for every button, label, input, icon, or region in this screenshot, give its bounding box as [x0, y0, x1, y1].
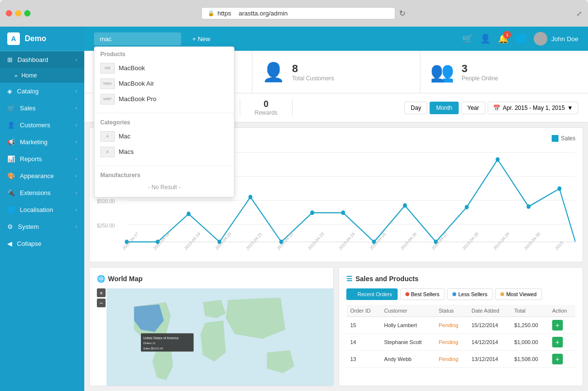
tab-most-viewed[interactable]: Most Viewed	[495, 288, 542, 300]
reload-button[interactable]: ↻	[399, 9, 405, 18]
product-item-macbook-air[interactable]: MBA MacBook Air	[100, 76, 228, 91]
chevron-right-icon: ›	[76, 122, 77, 128]
svg-point-20	[465, 205, 469, 209]
mac-category-img: A	[100, 131, 115, 142]
svg-text:2015-04-30: 2015-04-30	[524, 231, 541, 251]
zoom-in-button[interactable]: +	[97, 288, 106, 297]
fullscreen-button[interactable]: ⤢	[576, 10, 582, 17]
tab-best-sellers-label: Best Sellers	[411, 291, 440, 297]
customers-stat-icon: 👤	[262, 61, 285, 83]
sales-tabs: Recent Orders Best Sellers Less Sellers …	[346, 288, 575, 300]
sidebar-item-reports[interactable]: 📊 Reports ›	[0, 150, 84, 167]
calendar-icon: 📅	[493, 105, 500, 111]
less-sellers-dot	[452, 292, 456, 296]
svg-point-22	[526, 204, 530, 209]
category-item-mac[interactable]: A Mac	[100, 129, 228, 144]
product-item-macbook[interactable]: MB MacBook	[100, 60, 228, 76]
categories-section-title: Categories	[100, 119, 228, 126]
globe-button[interactable]: 🌐	[516, 33, 526, 44]
col-total: Total	[511, 305, 548, 317]
sidebar-item-marketing[interactable]: 📢 Marketing ›	[0, 134, 84, 150]
date-picker-button[interactable]: 📅 Apr. 2015 - May 1, 2015 ▼	[488, 102, 578, 114]
sidebar-item-home[interactable]: Home	[0, 68, 84, 83]
tab-less-sellers[interactable]: Less Sellers	[447, 288, 493, 300]
order-id: 13	[346, 351, 380, 368]
svg-text:2015-04-24: 2015-04-24	[338, 231, 356, 251]
search-input[interactable]	[94, 32, 181, 45]
order-date: 14/12/2014	[467, 334, 510, 351]
svg-text:2015-04-20: 2015-04-20	[215, 231, 232, 251]
sidebar-item-catalog[interactable]: ◈ Catalog ›	[0, 83, 84, 100]
categories-section: Categories A Mac A Macs	[94, 115, 234, 164]
sidebar-label-localisation: Localisation	[20, 206, 53, 213]
bottom-section: 🌐 World Map + −	[89, 267, 583, 386]
tab-less-sellers-label: Less Sellers	[458, 291, 487, 297]
order-total: $1,508.00	[511, 351, 548, 368]
sidebar-header: A Demo	[0, 27, 84, 51]
order-action-button[interactable]: +	[552, 354, 563, 364]
best-sellers-dot	[405, 292, 409, 296]
day-button[interactable]: Day	[404, 102, 427, 114]
tab-best-sellers[interactable]: Best Sellers	[400, 288, 445, 300]
sidebar-item-sales[interactable]: 🛒 Sales ›	[0, 100, 84, 117]
sidebar-item-extensions[interactable]: 🔌 Extensions ›	[0, 184, 84, 201]
sidebar-label-home: Home	[21, 72, 37, 79]
minimize-dot[interactable]	[15, 10, 21, 16]
sidebar-label-system: System	[18, 223, 39, 230]
svg-point-15	[310, 211, 314, 215]
svg-text:2015-04-22: 2015-04-22	[276, 231, 294, 251]
macbook-thumbnail: MB	[100, 63, 115, 74]
customers-icon: 👤	[7, 121, 15, 129]
sidebar-item-system[interactable]: ⚙ System ›	[0, 218, 84, 235]
url-input[interactable]: 🔒 https arastta.org/admin	[201, 7, 395, 19]
order-action-button[interactable]: +	[552, 320, 563, 331]
product-item-macbook-pro[interactable]: MBP MacBook Pro	[100, 91, 228, 107]
topbar-icons: 🛒 👤 🔔 1 🌐 John Doe	[462, 32, 578, 45]
sidebar-item-localisation[interactable]: 🌐 Localisation ›	[0, 201, 84, 218]
sidebar-item-appearance[interactable]: 🎨 Appearance ›	[0, 167, 84, 184]
svg-point-23	[557, 186, 561, 191]
category-name-mac: Mac	[119, 133, 131, 140]
window-controls	[6, 10, 31, 16]
user-name: John Doe	[551, 35, 578, 43]
sidebar-item-dashboard[interactable]: ⊞ Dashboard ›	[0, 51, 84, 68]
user-button[interactable]: 👤	[480, 33, 491, 44]
sidebar-item-collapse[interactable]: ◀ Collapse	[0, 235, 84, 252]
chevron-right-icon: ›	[76, 173, 77, 179]
month-button[interactable]: Month	[430, 102, 458, 114]
svg-text:United States of America: United States of America	[143, 336, 179, 340]
close-dot[interactable]	[6, 10, 12, 16]
dashboard-icon: ⊞	[7, 56, 13, 63]
year-button[interactable]: Year	[461, 102, 485, 114]
col-action: Action	[548, 305, 575, 317]
svg-text:$500.00: $500.00	[97, 198, 115, 204]
product-name-macbook-air: MacBook Air	[119, 80, 154, 87]
svg-text:2015-04-29: 2015-04-29	[493, 231, 510, 251]
cart-button[interactable]: 🛒	[462, 33, 473, 44]
sidebar-item-customers[interactable]: 👤 Customers ›	[0, 117, 84, 134]
svg-text:2015-04-17: 2015-04-17	[122, 231, 139, 251]
sidebar-label-catalog: Catalog	[17, 88, 39, 95]
user-info[interactable]: John Doe	[534, 32, 578, 45]
zoom-out-button[interactable]: −	[97, 299, 106, 307]
products-section-title: Products	[100, 51, 228, 58]
rewards-stat-num: 0	[255, 99, 278, 109]
sidebar-label-sales: Sales	[20, 105, 36, 112]
notifications-button[interactable]: 🔔 1	[498, 33, 509, 44]
tab-recent-orders[interactable]: Recent Orders	[346, 288, 398, 300]
maximize-dot[interactable]	[24, 10, 31, 16]
marketing-icon: 📢	[7, 138, 15, 146]
chevron-right-icon: ›	[76, 139, 77, 145]
category-item-macs[interactable]: A Macs	[100, 144, 228, 160]
chevron-right-icon: ›	[76, 57, 77, 62]
map-zoom-controls: + −	[97, 288, 106, 307]
world-map-title: 🌐 World Map	[97, 275, 326, 283]
order-action-button[interactable]: +	[552, 337, 563, 347]
new-button[interactable]: + New	[188, 33, 214, 45]
order-date: 15/12/2014	[467, 317, 510, 334]
no-result-text: - No Result -	[100, 181, 228, 193]
svg-text:2015-04-19: 2015-04-19	[184, 231, 201, 251]
stat-card-people: 👥 3 People Online	[420, 51, 588, 93]
sales-icon: 🛒	[7, 105, 15, 112]
macbook-air-thumbnail: MBA	[100, 78, 115, 89]
